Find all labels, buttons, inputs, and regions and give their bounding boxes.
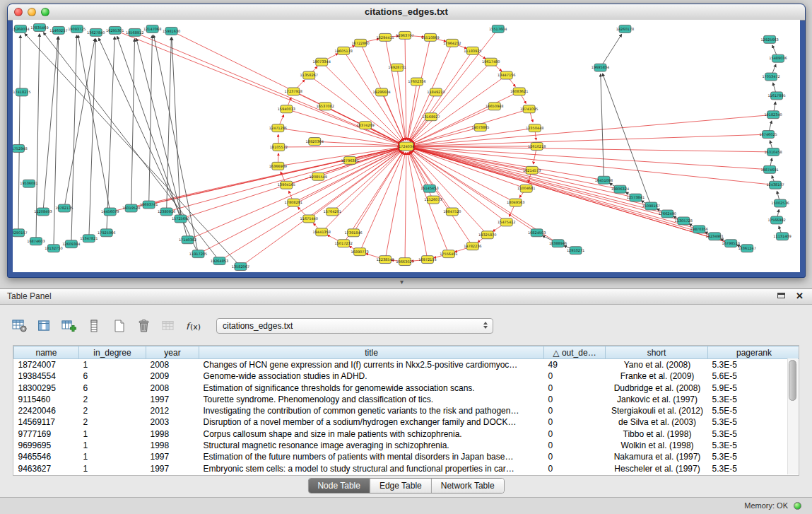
graph-edge[interactable] bbox=[54, 37, 59, 248]
graph-node[interactable]: 12438107 bbox=[766, 181, 784, 189]
graph-node[interactable]: 18663027 bbox=[396, 258, 413, 266]
cell-pagerank[interactable]: 5.9E-5 bbox=[708, 382, 800, 394]
graph-edge[interactable] bbox=[411, 151, 488, 235]
network-canvas[interactable]: 1724034126102181621457311004681180495631… bbox=[13, 20, 800, 272]
graph-node[interactable]: 18374209 bbox=[356, 122, 374, 129]
cell-out_degree[interactable]: 49 bbox=[544, 359, 606, 371]
cell-name[interactable]: 22420046 bbox=[14, 405, 79, 416]
graph-node[interactable]: 11131409 bbox=[773, 233, 791, 240]
graph-node[interactable]: 17053472 bbox=[762, 73, 779, 81]
graph-edge[interactable] bbox=[286, 109, 400, 144]
cell-title[interactable]: Structural magnetic resonance image aver… bbox=[199, 440, 544, 451]
graph-node[interactable]: 19264853 bbox=[211, 257, 228, 265]
graph-edge[interactable] bbox=[413, 134, 768, 146]
graph-edge[interactable] bbox=[167, 148, 401, 211]
graph-node[interactable]: 17964232 bbox=[443, 39, 461, 47]
graph-node[interactable]: 11752948 bbox=[13, 145, 28, 153]
graph-node[interactable]: 16874603 bbox=[27, 238, 45, 245]
cell-out_degree[interactable]: 0 bbox=[544, 405, 606, 416]
graph-edge[interactable] bbox=[219, 150, 401, 261]
graph-node[interactable]: 11917205 bbox=[189, 250, 207, 258]
cell-title[interactable]: Investigating the contribution of common… bbox=[199, 405, 544, 416]
cell-pagerank[interactable]: 5.3E-5 bbox=[708, 440, 800, 451]
graph-node[interactable]: 17556401 bbox=[440, 250, 457, 258]
scrollbar-thumb[interactable] bbox=[789, 360, 796, 401]
graph-node[interactable]: 17925066 bbox=[98, 229, 115, 237]
graph-edge[interactable] bbox=[78, 35, 110, 212]
cell-title[interactable]: Tourette syndrome. Phenomenology and cla… bbox=[199, 394, 544, 405]
close-panel-icon[interactable]: ✕ bbox=[796, 291, 804, 301]
graph-node[interactable]: 12610218 bbox=[528, 143, 546, 151]
cell-year[interactable]: 1998 bbox=[146, 428, 199, 440]
graph-edge[interactable] bbox=[89, 39, 96, 238]
graph-edge[interactable] bbox=[413, 148, 652, 206]
graph-edge[interactable] bbox=[413, 146, 773, 152]
graph-node[interactable]: 19325870 bbox=[478, 231, 496, 239]
graph-node[interactable]: 19695834 bbox=[592, 64, 609, 71]
graph-node[interactable]: 12471286 bbox=[269, 124, 287, 132]
tab-node-table[interactable]: Node Table bbox=[308, 479, 370, 493]
graph-node[interactable]: 18294415 bbox=[376, 33, 394, 41]
graph-edge[interactable] bbox=[172, 37, 181, 219]
graph-node[interactable]: 11305728 bbox=[675, 217, 693, 225]
graph-node[interactable]: 19617480 bbox=[482, 58, 500, 66]
table-row[interactable]: 1456911722003Disruption of a novel membe… bbox=[14, 416, 800, 428]
graph-node[interactable]: 17808291 bbox=[285, 199, 302, 206]
cell-out_degree[interactable]: 0 bbox=[544, 440, 606, 451]
graph-edge[interactable] bbox=[413, 148, 620, 189]
cell-out_degree[interactable]: 0 bbox=[544, 428, 606, 440]
cell-year[interactable]: 2003 bbox=[146, 416, 199, 428]
graph-edge[interactable] bbox=[413, 148, 668, 214]
cell-out_degree[interactable]: 0 bbox=[544, 416, 606, 428]
graph-node[interactable]: 14928731 bbox=[388, 64, 406, 71]
graph-node[interactable]: 13746025 bbox=[759, 131, 777, 139]
graph-node[interactable]: 16798510 bbox=[722, 240, 740, 247]
cell-out_degree[interactable]: 0 bbox=[544, 370, 606, 382]
graph-node[interactable]: 11208493 bbox=[34, 208, 52, 216]
cell-name[interactable]: 9699695 bbox=[14, 440, 79, 451]
column-header-title[interactable]: title bbox=[199, 346, 544, 359]
graph-node[interactable]: 16019528 bbox=[122, 204, 140, 212]
graph-node[interactable]: 15489036 bbox=[769, 54, 787, 62]
table-row[interactable]: 946554611997Estimation of the future num… bbox=[14, 451, 800, 462]
graph-edge[interactable] bbox=[43, 37, 58, 212]
graph-edge[interactable] bbox=[385, 153, 405, 259]
graph-node[interactable]: 19182340 bbox=[764, 111, 782, 119]
graph-node[interactable]: 18132750 bbox=[45, 245, 62, 252]
graph-node[interactable]: 16537082 bbox=[317, 103, 334, 110]
graph-node[interactable]: 18693741 bbox=[140, 201, 158, 209]
cell-pagerank[interactable]: 5.3E-5 bbox=[708, 451, 800, 462]
cell-name[interactable]: 18300295 bbox=[14, 382, 79, 394]
graph-node[interactable]: 12380916 bbox=[158, 208, 175, 216]
graph-node[interactable]: 12925663 bbox=[760, 35, 778, 43]
graph-node[interactable]: 17140382 bbox=[179, 236, 196, 244]
graph-node[interactable]: 12573841 bbox=[627, 194, 645, 201]
cell-short[interactable]: Dudbridge et al. (2008) bbox=[606, 382, 708, 394]
table-row[interactable]: 911546021997Tourette syndrome. Phenomeno… bbox=[14, 394, 800, 405]
cell-name[interactable]: 9465546 bbox=[14, 451, 79, 462]
graph-edge[interactable] bbox=[412, 148, 526, 189]
graph-node[interactable]: 11004681 bbox=[517, 185, 535, 192]
cell-year[interactable]: 2008 bbox=[146, 359, 199, 371]
cell-title[interactable]: Disruption of a novel member of a sodium… bbox=[199, 416, 544, 428]
graph-node[interactable]: 14456079 bbox=[101, 208, 119, 216]
graph-node[interactable]: 19093725 bbox=[68, 25, 86, 33]
zoom-window-button[interactable] bbox=[41, 8, 49, 16]
graph-edge[interactable] bbox=[385, 37, 405, 140]
cell-short[interactable]: Wolkin et al. (1998) bbox=[606, 440, 708, 451]
graph-edge[interactable] bbox=[408, 37, 430, 140]
cell-year[interactable]: 1997 bbox=[146, 463, 199, 474]
table-row[interactable]: 1872400712008Changes of HCN gene express… bbox=[14, 359, 800, 371]
graph-node[interactable]: 14605178 bbox=[334, 47, 352, 54]
graph-node[interactable]: 11460257 bbox=[49, 26, 67, 34]
cell-name[interactable]: 14569117 bbox=[14, 416, 79, 428]
graph-node[interactable]: 18874691 bbox=[760, 165, 778, 173]
graph-node[interactable]: 15347821 bbox=[80, 235, 98, 243]
tab-network-table[interactable]: Network Table bbox=[431, 479, 504, 493]
graph-node[interactable]: 19536081 bbox=[20, 180, 37, 187]
table-select-dropdown[interactable]: citations_edges.txt bbox=[216, 318, 493, 334]
cell-in_degree[interactable]: 1 bbox=[79, 359, 146, 371]
graph-node[interactable]: 15017232 bbox=[334, 240, 352, 247]
graph-edge[interactable] bbox=[409, 152, 430, 189]
graph-node[interactable]: 15940033 bbox=[278, 105, 295, 113]
